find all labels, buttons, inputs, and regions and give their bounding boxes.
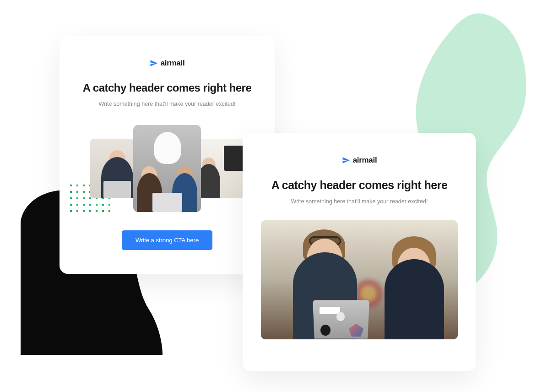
email-header: A catchy header comes right here — [261, 179, 458, 192]
image-gallery — [77, 123, 257, 214]
email-header: A catchy header comes right here — [77, 82, 257, 94]
brand-name: airmail — [161, 59, 185, 68]
brand-logo: airmail — [150, 59, 185, 68]
brand-name: airmail — [353, 156, 377, 165]
cta-button[interactable]: Write a strong CTA here — [122, 230, 212, 250]
email-subheader: Write something here that'll make your r… — [77, 101, 257, 107]
gallery-image-center — [133, 125, 201, 212]
hero-image — [261, 220, 458, 339]
template-card-right: airmail A catchy header comes right here… — [243, 133, 476, 371]
email-subheader: Write something here that'll make your r… — [261, 198, 458, 205]
brand-logo: airmail — [342, 156, 377, 165]
paper-plane-icon — [342, 156, 350, 164]
paper-plane-icon — [150, 59, 158, 67]
